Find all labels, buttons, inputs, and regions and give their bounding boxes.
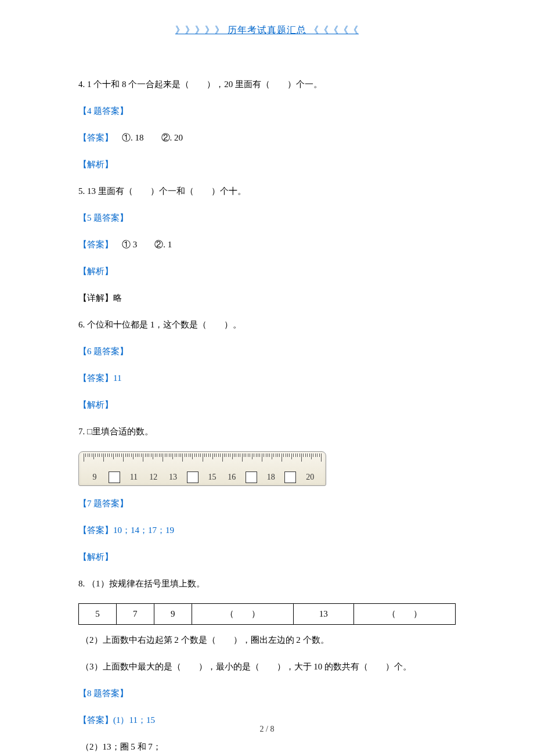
q8-answer2: （2）13；圈 5 和 7； (78, 740, 456, 754)
table-cell: 13 (293, 604, 353, 625)
q7-answer-label: 【7 题答案】 (78, 496, 456, 510)
ruler-blank-box (109, 471, 120, 483)
q5-answer-label: 【5 题答案】 (78, 211, 456, 225)
header-link[interactable]: 》》》》》 历年考试真题汇总 《《《《《 (78, 24, 456, 37)
q7-analysis-label: 【解析】 (78, 550, 456, 564)
q4-analysis-label: 【解析】 (78, 157, 456, 171)
q6-answer-label: 【6 题答案】 (78, 344, 456, 358)
ruler-label (104, 471, 124, 483)
ruler-label: 13 (163, 473, 183, 482)
q5-detail: 【详解】略 (78, 291, 456, 305)
ruler-image: 911121315161820 (78, 451, 456, 486)
q7-text: 7. □里填合适的数。 (78, 424, 456, 438)
q6-text: 6. 个位和十位都是 1，这个数是（ ）。 (78, 318, 456, 332)
ruler-label: 12 (143, 473, 163, 482)
q7-answer-full: 【答案】10；14；17；19 (78, 523, 456, 537)
ruler-label: 20 (300, 473, 320, 482)
ruler-label (281, 471, 301, 483)
table-cell: （ ） (192, 604, 293, 625)
q8-table: 579（ ）13（ ） (78, 603, 456, 625)
ruler-label: 9 (85, 473, 104, 482)
q5-answer-line: 【答案】 ① 3 ②. 1 (78, 237, 456, 251)
ruler-blank-box (187, 471, 199, 483)
ruler-blank-box (284, 471, 296, 483)
q4-answer-label: 【4 题答案】 (78, 104, 456, 118)
answer-label: 【答案】 (78, 240, 113, 249)
q5-analysis-label: 【解析】 (78, 264, 456, 278)
table-cell: 9 (154, 604, 192, 625)
q6-answer-full: 【答案】11 (78, 371, 456, 385)
ruler-label: 11 (124, 473, 144, 482)
q4-answer-line: 【答案】 ①. 18 ②. 20 (78, 131, 456, 145)
q8-sub3: （3）上面数中最大的是（ ），最小的是（ ），大于 10 的数共有（ ）个。 (78, 660, 456, 674)
q6-analysis-label: 【解析】 (78, 398, 456, 412)
q8-sub2: （2）上面数中右边起第 2 个数是（ ），圈出左边的 2 个数。 (78, 633, 456, 647)
header-link-text: 》》》》》 历年考试真题汇总 《《《《《 (175, 25, 359, 35)
q8-answer-label: 【8 题答案】 (78, 686, 456, 700)
ruler-label: 18 (261, 473, 281, 482)
ruler-label (183, 471, 203, 483)
q4-text: 4. 1 个十和 8 个一合起来是（ ），20 里面有（ ）个一。 (78, 77, 456, 91)
answer-label: 【答案】 (78, 133, 113, 142)
table-cell: 5 (79, 604, 117, 625)
q4-answer-text: ①. 18 ②. 20 (113, 133, 183, 142)
ruler-label (241, 471, 261, 483)
ruler-blank-box (246, 471, 257, 483)
q5-text: 5. 13 里面有（ ）个一和（ ）个十。 (78, 184, 456, 198)
page-footer: 2 / 8 (0, 725, 534, 734)
table-cell: （ ） (353, 604, 455, 625)
ruler-label: 15 (203, 473, 222, 482)
table-cell: 7 (116, 604, 154, 625)
q5-answer-text: ① 3 ②. 1 (113, 240, 172, 249)
ruler-label: 16 (222, 473, 241, 482)
q8-text: 8. （1）按规律在括号里填上数。 (78, 577, 456, 591)
